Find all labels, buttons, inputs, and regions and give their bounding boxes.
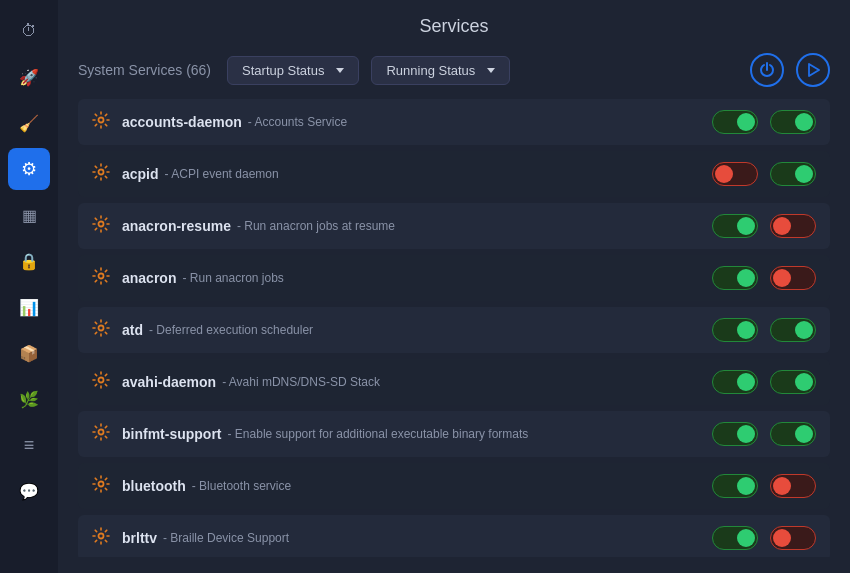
startup-toggle[interactable] bbox=[712, 526, 758, 550]
startup-toggle[interactable] bbox=[712, 266, 758, 290]
startup-toggle[interactable] bbox=[712, 474, 758, 498]
svg-point-7 bbox=[99, 429, 104, 434]
running-toggle[interactable] bbox=[770, 422, 816, 446]
service-desc: - Enable support for additional executab… bbox=[228, 427, 529, 441]
service-desc: - Run anacron jobs at resume bbox=[237, 219, 395, 233]
service-toggles bbox=[712, 318, 816, 342]
service-toggles bbox=[712, 474, 816, 498]
startup-status-dropdown[interactable]: Startup Status bbox=[227, 56, 359, 85]
services-table: accounts-daemon - Accounts Service acpid… bbox=[78, 99, 830, 557]
sidebar-item-security[interactable]: 🔒 bbox=[8, 240, 50, 282]
service-toggles bbox=[712, 266, 816, 290]
sidebar-item-tools[interactable]: 🧹 bbox=[8, 102, 50, 144]
service-desc: - Run anacron jobs bbox=[182, 271, 283, 285]
sidebar: ⏱ 🚀 🧹 ⚙ ▦ 🔒 📊 📦 🌿 ≡ 💬 bbox=[0, 0, 58, 573]
running-toggle[interactable] bbox=[770, 162, 816, 186]
table-row: brlttv - Braille Device Support bbox=[78, 515, 830, 557]
svg-point-8 bbox=[99, 481, 104, 486]
svg-point-9 bbox=[99, 533, 104, 538]
gear-icon bbox=[92, 371, 110, 394]
startup-toggle[interactable] bbox=[712, 110, 758, 134]
chevron-down-icon bbox=[336, 68, 344, 73]
running-toggle[interactable] bbox=[770, 318, 816, 342]
table-row: bluetooth - Bluetooth service bbox=[78, 463, 830, 509]
gear-icon bbox=[92, 111, 110, 134]
service-desc: - Bluetooth service bbox=[192, 479, 291, 493]
service-name: accounts-daemon bbox=[122, 114, 242, 130]
sidebar-item-settings[interactable]: ⚙ bbox=[8, 148, 50, 190]
table-row: atd - Deferred execution scheduler bbox=[78, 307, 830, 353]
chevron-down-icon bbox=[487, 68, 495, 73]
service-toggles bbox=[712, 422, 816, 446]
sidebar-item-dashboard[interactable]: ⏱ bbox=[8, 10, 50, 52]
gear-icon bbox=[92, 527, 110, 550]
sidebar-item-layers[interactable]: ▦ bbox=[8, 194, 50, 236]
startup-toggle[interactable] bbox=[712, 162, 758, 186]
sidebar-item-chart[interactable]: 📊 bbox=[8, 286, 50, 328]
service-desc: - Accounts Service bbox=[248, 115, 347, 129]
sidebar-item-chat[interactable]: 💬 bbox=[8, 470, 50, 512]
table-row: acpid - ACPI event daemon bbox=[78, 151, 830, 197]
running-toggle[interactable] bbox=[770, 370, 816, 394]
table-row: accounts-daemon - Accounts Service bbox=[78, 99, 830, 145]
service-toggles bbox=[712, 162, 816, 186]
gear-icon bbox=[92, 215, 110, 238]
service-desc: - Braille Device Support bbox=[163, 531, 289, 545]
running-toggle[interactable] bbox=[770, 474, 816, 498]
power-button[interactable] bbox=[750, 53, 784, 87]
running-toggle[interactable] bbox=[770, 110, 816, 134]
svg-point-3 bbox=[99, 221, 104, 226]
running-status-dropdown[interactable]: Running Status bbox=[371, 56, 510, 85]
svg-point-1 bbox=[99, 117, 104, 122]
svg-point-4 bbox=[99, 273, 104, 278]
service-name: avahi-daemon bbox=[122, 374, 216, 390]
service-name: anacron-resume bbox=[122, 218, 231, 234]
service-toggles bbox=[712, 110, 816, 134]
service-name: bluetooth bbox=[122, 478, 186, 494]
running-toggle[interactable] bbox=[770, 266, 816, 290]
service-name: brlttv bbox=[122, 530, 157, 546]
running-toggle[interactable] bbox=[770, 526, 816, 550]
play-button[interactable] bbox=[796, 53, 830, 87]
sidebar-item-rocket[interactable]: 🚀 bbox=[8, 56, 50, 98]
service-toggles bbox=[712, 370, 816, 394]
svg-point-6 bbox=[99, 377, 104, 382]
table-row: avahi-daemon - Avahi mDNS/DNS-SD Stack bbox=[78, 359, 830, 405]
service-toggles bbox=[712, 214, 816, 238]
startup-toggle[interactable] bbox=[712, 318, 758, 342]
sidebar-item-package[interactable]: 📦 bbox=[8, 332, 50, 374]
startup-toggle[interactable] bbox=[712, 422, 758, 446]
service-name: atd bbox=[122, 322, 143, 338]
svg-point-5 bbox=[99, 325, 104, 330]
service-desc: - ACPI event daemon bbox=[165, 167, 279, 181]
service-name: anacron bbox=[122, 270, 176, 286]
svg-marker-0 bbox=[809, 64, 819, 76]
service-name: binfmt-support bbox=[122, 426, 222, 442]
gear-icon bbox=[92, 267, 110, 290]
gear-icon bbox=[92, 163, 110, 186]
gear-icon bbox=[92, 319, 110, 342]
table-row: anacron - Run anacron jobs bbox=[78, 255, 830, 301]
gear-icon bbox=[92, 423, 110, 446]
svg-point-2 bbox=[99, 169, 104, 174]
sidebar-item-sliders[interactable]: ≡ bbox=[8, 424, 50, 466]
service-name: acpid bbox=[122, 166, 159, 182]
table-row: binfmt-support - Enable support for addi… bbox=[78, 411, 830, 457]
toolbar: System Services (66) Startup Status Runn… bbox=[78, 53, 830, 87]
service-toggles bbox=[712, 526, 816, 550]
main-content: Services System Services (66) Startup St… bbox=[58, 0, 850, 573]
table-row: anacron-resume - Run anacron jobs at res… bbox=[78, 203, 830, 249]
gear-icon bbox=[92, 475, 110, 498]
service-desc: - Deferred execution scheduler bbox=[149, 323, 313, 337]
startup-toggle[interactable] bbox=[712, 214, 758, 238]
sidebar-item-cinnamon[interactable]: 🌿 bbox=[8, 378, 50, 420]
startup-toggle[interactable] bbox=[712, 370, 758, 394]
system-services-label: System Services (66) bbox=[78, 62, 211, 78]
running-toggle[interactable] bbox=[770, 214, 816, 238]
service-desc: - Avahi mDNS/DNS-SD Stack bbox=[222, 375, 380, 389]
page-title: Services bbox=[78, 16, 830, 37]
